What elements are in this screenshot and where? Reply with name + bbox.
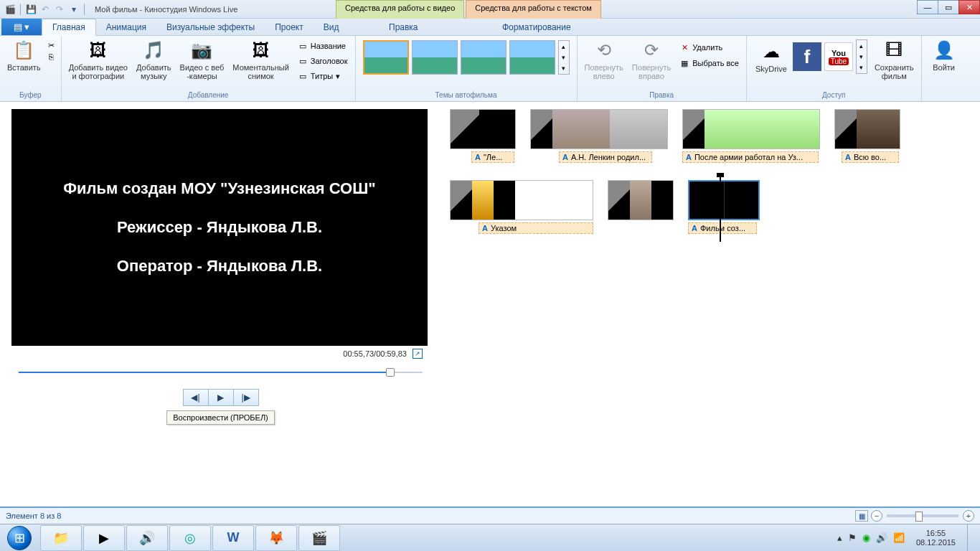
caption-text: Фильм соз... [700, 224, 745, 232]
text-icon: A [692, 224, 697, 232]
add-credits-button[interactable]: ▭Титры ▾ [295, 69, 351, 83]
separator [20, 4, 21, 15]
gallery-up-icon[interactable]: ▴ [857, 40, 867, 51]
group-label: Темы автофильма [360, 90, 573, 100]
select-all-button[interactable]: ▦Выбрать все [677, 56, 742, 70]
playhead[interactable] [720, 176, 721, 242]
theme-thumb[interactable] [412, 40, 458, 75]
preview-monitor[interactable]: Фильм создан МОУ "Узнезинская СОШ" Режис… [11, 109, 428, 346]
storyboard[interactable]: A"Ле... AА.Н. Ленкин родил... AПосле арм… [441, 102, 980, 498]
next-frame-button[interactable]: |▶ [233, 389, 259, 406]
tray-flag-icon[interactable]: ⚑ [848, 532, 857, 543]
gallery-down-icon[interactable]: ▾ [559, 52, 569, 62]
group-label: Буфер [4, 90, 57, 100]
clip-item[interactable]: A"Ле... [450, 109, 516, 163]
task-moviemaker[interactable]: 🎬 [298, 525, 340, 551]
webcam-icon: 📷 [190, 39, 213, 62]
rotate-left-button[interactable]: ⟲ Повернуть влево [582, 37, 626, 82]
add-music-button[interactable]: 🎵 Добавить музыку [133, 37, 174, 82]
close-button[interactable]: ✕ [958, 0, 980, 14]
view-thumbnails-icon[interactable]: ▦ [855, 510, 868, 522]
task-mediaplayer[interactable]: ▶ [83, 525, 125, 551]
theme-thumb[interactable] [363, 40, 409, 75]
context-tab-video[interactable]: Средства для работы с видео [336, 0, 464, 19]
rotate-right-button[interactable]: ⟳ Повернуть вправо [629, 37, 674, 82]
seek-bar[interactable] [19, 367, 423, 377]
clip-item[interactable]: AПосле армии работал на Уз... [682, 109, 820, 163]
facebook-button[interactable]: f [793, 42, 821, 71]
add-title-button[interactable]: ▭Название [295, 39, 351, 53]
caption-text: Указом [491, 224, 517, 232]
tray-up-icon[interactable]: ▴ [837, 532, 842, 543]
caption-text: Всю во... [854, 153, 886, 161]
youtube-button[interactable]: YouTube [824, 42, 853, 71]
context-tab-text[interactable]: Средства для работы с текстом [466, 0, 601, 19]
tray-app-icon[interactable]: ◉ [862, 532, 870, 543]
add-header-button[interactable]: ▭Заголовок [295, 54, 351, 68]
theme-thumb[interactable] [509, 40, 555, 75]
text-icon: A [562, 153, 568, 161]
header-icon: ▭ [298, 56, 308, 66]
cut-icon[interactable]: ✂ [47, 40, 57, 50]
seek-thumb[interactable] [386, 368, 395, 377]
start-button[interactable] [0, 524, 39, 552]
task-explorer[interactable]: 📁 [40, 525, 82, 551]
tray-volume-icon[interactable]: 🔊 [876, 532, 887, 543]
undo-icon[interactable]: ↶ [39, 4, 51, 15]
rotate-left-icon: ⟲ [593, 39, 616, 62]
prev-frame-button[interactable]: ◀| [183, 389, 209, 406]
clip-item[interactable] [529, 180, 674, 234]
task-app[interactable]: ◎ [169, 525, 211, 551]
clip-item[interactable]: AА.Н. Ленкин родил... [530, 109, 668, 163]
tab-view[interactable]: Вид [314, 19, 349, 35]
clip-item[interactable]: AВсю во... [834, 109, 900, 163]
tray-clock[interactable]: 16:55 08.12.2015 [910, 529, 961, 547]
task-firefox[interactable]: 🦊 [255, 525, 297, 551]
theme-gallery: ▴ ▾ ▾ [360, 37, 573, 77]
ribbon-tab-strip: ▤ ▾ Главная Анимация Визуальные эффекты … [0, 19, 980, 36]
tab-project[interactable]: Проект [265, 19, 314, 35]
webcam-button[interactable]: 📷 Видео с веб -камеры [177, 37, 227, 82]
task-sound[interactable]: 🔊 [126, 525, 168, 551]
tab-visual-effects[interactable]: Визуальные эффекты [156, 19, 265, 35]
tray-network-icon[interactable]: 📶 [893, 532, 905, 543]
file-menu-button[interactable]: ▤ ▾ [1, 18, 42, 35]
qat-dropdown-icon[interactable]: ▾ [68, 4, 80, 15]
copy-icon[interactable]: ⎘ [47, 52, 57, 62]
zoom-out-button[interactable]: − [871, 510, 882, 522]
zoom-slider[interactable] [887, 514, 958, 517]
tab-edit-video[interactable]: Правка [379, 19, 428, 35]
save-movie-button[interactable]: 🎞 Сохранить фильм [872, 37, 917, 82]
gallery-up-icon[interactable]: ▴ [559, 41, 569, 52]
paste-button[interactable]: 📋 Вставить [4, 37, 44, 73]
save-movie-icon: 🎞 [882, 39, 905, 62]
theme-thumb[interactable] [461, 40, 507, 75]
snapshot-button[interactable]: 🖼 Моментальный снимок [230, 37, 291, 82]
redo-icon[interactable]: ↷ [54, 4, 65, 15]
save-icon[interactable]: 💾 [25, 4, 37, 15]
group-signin: 👤 Войти [922, 36, 966, 101]
preview-pane: Фильм создан МОУ "Узнезинская СОШ" Режис… [0, 102, 441, 498]
tab-home[interactable]: Главная [42, 19, 96, 36]
rotate-right-icon: ⟳ [640, 39, 663, 62]
tab-animation[interactable]: Анимация [96, 19, 156, 35]
show-desktop-button[interactable] [967, 524, 977, 552]
signin-button[interactable]: 👤 Войти [926, 37, 962, 73]
fullscreen-icon[interactable]: ↗ [413, 349, 423, 359]
caption-text: После армии работал на Уз... [694, 153, 803, 161]
clip-item-selected[interactable]: AФильм соз... [688, 180, 760, 234]
gallery-more-icon[interactable]: ▾ [857, 62, 867, 73]
task-word[interactable]: W [212, 525, 254, 551]
add-video-button[interactable]: 🖼 Добавить видео и фотографии [66, 37, 131, 82]
gallery-more-icon[interactable]: ▾ [559, 63, 569, 74]
zoom-in-button[interactable]: + [963, 510, 974, 522]
playhead-handle[interactable] [717, 173, 724, 177]
play-button[interactable]: ▶ [208, 389, 234, 406]
skydrive-button[interactable]: ☁ SkyDrive [753, 39, 790, 75]
minimize-button[interactable]: — [917, 0, 938, 14]
delete-button[interactable]: ✕Удалить [677, 40, 742, 55]
gallery-down-icon[interactable]: ▾ [857, 51, 867, 62]
maximize-button[interactable]: ▭ [938, 0, 959, 14]
tab-format-text[interactable]: Форматирование [492, 19, 581, 35]
group-share: ☁ SkyDrive f YouTube ▴ ▾ ▾ 🎞 Сохранить ф… [747, 36, 922, 101]
